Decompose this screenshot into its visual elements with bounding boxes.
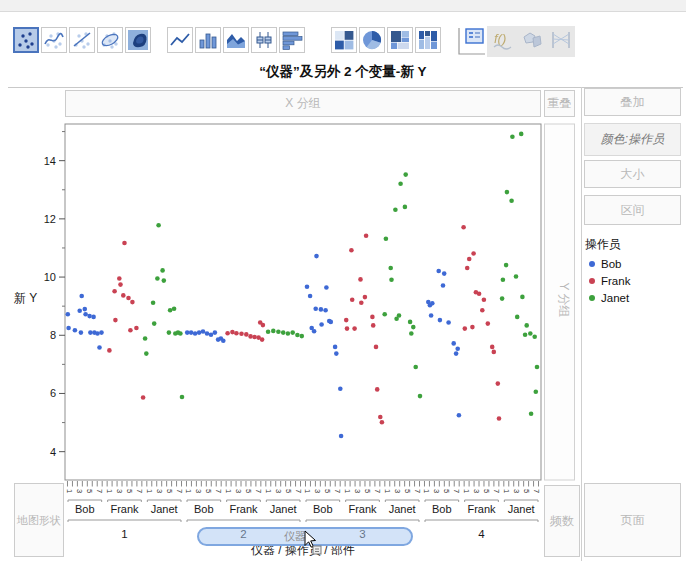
- data-point[interactable]: [446, 320, 451, 325]
- data-point[interactable]: [239, 332, 244, 337]
- data-point[interactable]: [87, 314, 92, 319]
- data-point[interactable]: [389, 277, 394, 282]
- data-point[interactable]: [121, 293, 126, 298]
- data-point[interactable]: [327, 319, 332, 324]
- operator-tick-label[interactable]: Janet: [151, 503, 178, 515]
- data-point[interactable]: [205, 331, 210, 336]
- data-point[interactable]: [201, 329, 206, 334]
- data-point[interactable]: [352, 326, 357, 331]
- data-point[interactable]: [248, 334, 253, 339]
- data-point[interactable]: [364, 233, 369, 238]
- operator-tick-label[interactable]: Bob: [313, 503, 333, 515]
- data-point[interactable]: [260, 337, 265, 342]
- data-point[interactable]: [77, 309, 82, 314]
- data-point[interactable]: [398, 181, 403, 186]
- data-point[interactable]: [457, 413, 462, 418]
- data-point[interactable]: [524, 323, 529, 328]
- data-point[interactable]: [319, 307, 324, 312]
- operator-tick-label[interactable]: Bob: [432, 503, 452, 515]
- data-point[interactable]: [520, 295, 525, 300]
- data-point[interactable]: [442, 271, 447, 276]
- toolbar-icon-ellipse[interactable]: [97, 27, 123, 53]
- data-point[interactable]: [510, 135, 515, 140]
- data-point[interactable]: [178, 331, 183, 336]
- data-point[interactable]: [252, 335, 257, 340]
- data-point[interactable]: [359, 300, 364, 305]
- data-point[interactable]: [436, 269, 441, 274]
- data-point[interactable]: [465, 266, 470, 271]
- data-point[interactable]: [113, 318, 118, 323]
- zone-overlap[interactable]: 重叠: [544, 90, 575, 117]
- data-point[interactable]: [156, 223, 161, 228]
- data-point[interactable]: [418, 394, 423, 399]
- toolbar-icon-area[interactable]: [223, 27, 249, 53]
- data-point[interactable]: [382, 312, 387, 317]
- zone-y-group[interactable]: [545, 124, 575, 480]
- toolbar-icon-smoother[interactable]: [41, 27, 67, 53]
- data-point[interactable]: [375, 387, 380, 392]
- data-point[interactable]: [256, 335, 261, 340]
- data-point[interactable]: [168, 308, 173, 313]
- zone-page[interactable]: 页面: [584, 483, 681, 557]
- data-point[interactable]: [500, 296, 505, 301]
- data-point[interactable]: [504, 263, 509, 268]
- data-point[interactable]: [461, 225, 466, 230]
- data-point[interactable]: [358, 277, 363, 282]
- legend-item-janet[interactable]: Janet: [589, 292, 629, 304]
- data-point[interactable]: [197, 330, 202, 335]
- data-point[interactable]: [403, 172, 408, 177]
- operator-tick-label[interactable]: Frank: [467, 503, 496, 515]
- data-point[interactable]: [112, 289, 117, 294]
- data-point[interactable]: [244, 332, 249, 337]
- data-point[interactable]: [345, 326, 350, 331]
- zone-x-group[interactable]: X 分组: [65, 90, 541, 117]
- data-point[interactable]: [189, 330, 194, 335]
- data-point[interactable]: [370, 315, 375, 320]
- data-point[interactable]: [490, 345, 495, 350]
- data-point[interactable]: [403, 205, 408, 210]
- data-point[interactable]: [471, 251, 476, 256]
- toolbar-icon-mosaic[interactable]: [415, 27, 441, 53]
- data-point[interactable]: [515, 315, 520, 320]
- data-point[interactable]: [380, 420, 385, 425]
- data-point[interactable]: [319, 322, 324, 327]
- data-point[interactable]: [234, 331, 239, 336]
- operator-tick-label[interactable]: Janet: [508, 503, 535, 515]
- data-point[interactable]: [66, 326, 71, 331]
- data-point[interactable]: [312, 329, 317, 334]
- data-point[interactable]: [117, 276, 122, 281]
- data-point[interactable]: [349, 248, 354, 253]
- data-point[interactable]: [455, 346, 460, 351]
- data-point[interactable]: [497, 416, 502, 421]
- data-point[interactable]: [258, 320, 263, 325]
- data-point[interactable]: [151, 300, 156, 305]
- data-point[interactable]: [141, 395, 146, 400]
- toolbar-icon-contour[interactable]: [125, 27, 151, 53]
- data-point[interactable]: [193, 331, 198, 336]
- toolbar-icon-treemap[interactable]: [387, 27, 413, 53]
- data-point[interactable]: [79, 330, 84, 335]
- data-point[interactable]: [95, 331, 100, 336]
- data-point[interactable]: [519, 132, 524, 137]
- data-point[interactable]: [221, 339, 226, 344]
- toolbar-icon-line-of-fit[interactable]: [69, 27, 95, 53]
- data-point[interactable]: [130, 300, 135, 305]
- data-point[interactable]: [344, 318, 349, 323]
- toolbar-icon-caption-box[interactable]: [457, 26, 487, 57]
- data-point[interactable]: [529, 412, 534, 417]
- data-point[interactable]: [91, 315, 96, 320]
- toolbar-icon-heatmap[interactable]: [331, 27, 357, 53]
- data-point[interactable]: [323, 308, 328, 313]
- data-point[interactable]: [492, 350, 497, 355]
- data-point[interactable]: [209, 332, 214, 337]
- data-point[interactable]: [290, 330, 295, 335]
- toolbar-icon-box-plot[interactable]: [251, 27, 277, 53]
- data-point[interactable]: [374, 345, 379, 350]
- zone-color[interactable]: 颜色:操作员: [584, 123, 681, 156]
- data-point[interactable]: [394, 316, 399, 321]
- operator-tick-label[interactable]: Janet: [389, 503, 416, 515]
- operator-tick-label[interactable]: Janet: [270, 503, 297, 515]
- data-point[interactable]: [92, 330, 97, 335]
- data-point[interactable]: [371, 323, 376, 328]
- data-point[interactable]: [428, 303, 433, 308]
